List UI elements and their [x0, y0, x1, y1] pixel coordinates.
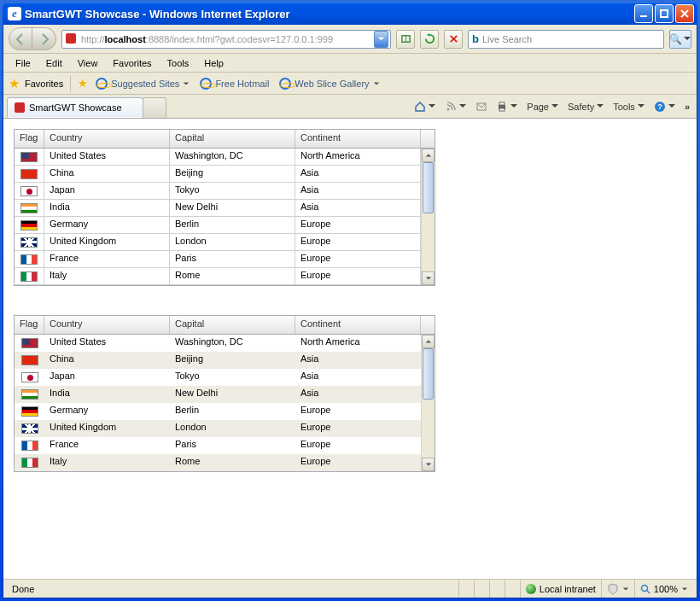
cell-continent: Europe	[295, 403, 421, 420]
menu-bar: File Edit View Favorites Tools Help	[3, 54, 697, 73]
new-tab-button[interactable]	[143, 97, 166, 118]
ie-icon	[96, 78, 108, 90]
table-row[interactable]: IndiaNew DelhiAsia	[15, 200, 435, 217]
favorites-label[interactable]: Favorites	[25, 79, 63, 89]
protected-mode[interactable]	[601, 580, 634, 598]
scrollbar[interactable]	[421, 335, 435, 471]
free-hotmail-link[interactable]: Free Hotmail	[197, 78, 271, 90]
cell-continent: Asia	[295, 369, 421, 386]
scrollbar[interactable]	[421, 149, 435, 285]
chevron-down-icon	[683, 34, 691, 44]
web-slice-gallery-link[interactable]: Web Slice Gallery	[277, 78, 382, 90]
menu-edit[interactable]: Edit	[39, 56, 69, 70]
suggested-sites-link[interactable]: Suggested Sites	[93, 78, 192, 90]
back-button[interactable]	[9, 27, 32, 50]
table-row[interactable]: ItalyRomeEurope	[15, 268, 435, 285]
feeds-button[interactable]	[441, 99, 470, 114]
menu-tools[interactable]: Tools	[160, 56, 196, 70]
scroll-up-button[interactable]	[422, 335, 435, 348]
status-pane	[458, 580, 474, 598]
cell-capital: Beijing	[170, 352, 295, 369]
cell-capital: Washington, DC	[170, 149, 295, 165]
scroll-thumb[interactable]	[423, 162, 434, 213]
table-row[interactable]: FranceParisEurope	[15, 251, 435, 268]
flag-icon	[20, 203, 38, 213]
col-capital[interactable]: Capital	[170, 316, 295, 334]
menu-favorites[interactable]: Favorites	[106, 56, 158, 70]
table-row[interactable]: JapanTokyoAsia	[15, 183, 435, 200]
page-menu[interactable]: Page	[523, 100, 563, 114]
col-country[interactable]: Country	[44, 130, 170, 148]
search-box[interactable]: b Live Search	[468, 30, 664, 49]
zoom-control[interactable]: 100%	[634, 580, 693, 598]
menu-help[interactable]: Help	[197, 56, 230, 70]
refresh-button[interactable]	[420, 30, 439, 49]
help-button[interactable]: ?	[650, 99, 680, 114]
cell-country: Germany	[44, 403, 170, 420]
compat-view-button[interactable]	[396, 30, 415, 49]
flag-icon	[20, 220, 38, 230]
add-favorite-icon[interactable]: ★	[78, 77, 88, 90]
cell-capital: Paris	[170, 251, 295, 267]
table-row[interactable]: GermanyBerlinEurope	[15, 403, 435, 420]
menu-view[interactable]: View	[71, 56, 105, 70]
chevron-down-icon	[681, 584, 688, 594]
table-row[interactable]: GermanyBerlinEurope	[15, 217, 435, 234]
col-country[interactable]: Country	[44, 316, 170, 334]
cell-continent: Asia	[295, 200, 421, 216]
close-button[interactable]	[675, 4, 694, 23]
scroll-thumb[interactable]	[423, 348, 434, 400]
security-zone[interactable]: Local intranet	[520, 580, 601, 598]
home-button[interactable]	[411, 99, 440, 114]
grid-body[interactable]: United StatesWashington, DCNorth America…	[15, 335, 435, 471]
table-row[interactable]: United KingdomLondonEurope	[15, 234, 435, 251]
read-mail-button[interactable]	[472, 99, 491, 114]
flag-icon	[21, 372, 38, 382]
scroll-down-button[interactable]	[422, 458, 435, 471]
cell-continent: Europe	[295, 268, 421, 284]
print-button[interactable]	[493, 99, 522, 114]
chevron-down-icon	[183, 79, 190, 89]
table-row[interactable]: United StatesWashington, DCNorth America	[15, 149, 435, 166]
minimize-button[interactable]	[634, 4, 653, 23]
safety-menu[interactable]: Safety	[564, 100, 608, 114]
table-row[interactable]: United StatesWashington, DCNorth America	[15, 335, 435, 352]
cell-capital: New Delhi	[170, 386, 295, 403]
address-dropdown-button[interactable]	[374, 31, 388, 48]
grid-body[interactable]: United StatesWashington, DCNorth America…	[15, 149, 435, 285]
tab-smartgwt-showcase[interactable]: SmartGWT Showcase	[7, 97, 143, 118]
cell-flag	[15, 403, 44, 420]
col-flag[interactable]: Flag	[15, 316, 44, 334]
chevron-down-icon	[622, 584, 629, 594]
table-row[interactable]: ChinaBeijingAsia	[15, 166, 435, 183]
table-row[interactable]: ChinaBeijingAsia	[15, 352, 435, 369]
svg-rect-6	[499, 102, 505, 105]
maximize-button[interactable]	[655, 4, 674, 23]
cell-flag	[15, 183, 44, 199]
table-row[interactable]: FranceParisEurope	[15, 437, 435, 454]
search-icon: 🔍	[669, 33, 682, 45]
scroll-up-button[interactable]	[422, 149, 435, 162]
table-row[interactable]: ItalyRomeEurope	[15, 454, 435, 471]
cell-capital: Berlin	[170, 217, 295, 233]
flag-icon	[21, 423, 38, 434]
table-row[interactable]: IndiaNew DelhiAsia	[15, 386, 435, 403]
toolbar-overflow[interactable]: »	[681, 100, 693, 114]
window-titlebar: e SmartGWT Showcase - Windows Internet E…	[3, 3, 697, 25]
col-continent[interactable]: Continent	[295, 130, 421, 148]
forward-button[interactable]	[32, 27, 56, 50]
address-bar[interactable]: http://localhost:8888/index.html?gwt.cod…	[61, 30, 391, 49]
stop-button[interactable]	[444, 30, 463, 49]
favorites-star-icon[interactable]: ★	[9, 76, 20, 91]
status-text: Done	[7, 584, 39, 594]
scroll-down-button[interactable]	[422, 271, 435, 285]
col-capital[interactable]: Capital	[170, 130, 295, 148]
search-go-button[interactable]: 🔍	[669, 30, 691, 49]
table-row[interactable]: United KingdomLondonEurope	[15, 420, 435, 437]
status-pane	[474, 580, 489, 598]
col-continent[interactable]: Continent	[295, 316, 421, 334]
table-row[interactable]: JapanTokyoAsia	[15, 369, 435, 386]
col-flag[interactable]: Flag	[15, 130, 44, 148]
menu-file[interactable]: File	[9, 56, 38, 70]
tools-menu[interactable]: Tools	[610, 100, 649, 114]
